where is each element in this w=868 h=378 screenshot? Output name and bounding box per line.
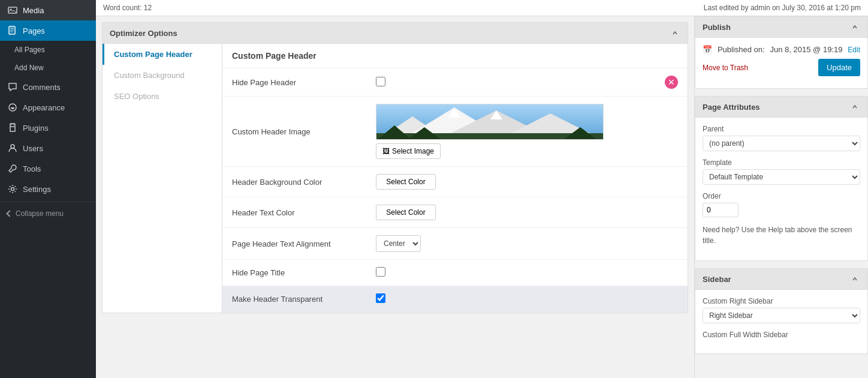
custom-header-image-label: Custom Header Image bbox=[232, 127, 376, 136]
published-label: Published on: bbox=[718, 45, 765, 54]
sidebar-item-add-new[interactable]: Add New bbox=[0, 59, 96, 77]
select-image-button[interactable]: 🖼 Select Image bbox=[376, 143, 441, 159]
custom-full-width-sidebar-row: Custom Full Width Sidebar bbox=[703, 331, 860, 339]
settings-icon bbox=[7, 184, 18, 194]
users-icon bbox=[7, 143, 18, 154]
svg-point-5 bbox=[11, 145, 14, 148]
hide-page-header-checkbox[interactable] bbox=[376, 77, 385, 86]
appearance-icon bbox=[7, 102, 18, 113]
sidebar-item-pages-label: Pages bbox=[23, 26, 45, 35]
publish-section-title: Publish bbox=[703, 23, 731, 32]
header-text-color-control: Select Color bbox=[376, 205, 678, 220]
content-area: Word count: 12 Last edited by admin on J… bbox=[96, 0, 868, 378]
sidebar-item-add-new-label: Add New bbox=[14, 64, 44, 72]
pages-icon bbox=[7, 25, 18, 36]
header-text-color-label: Header Text Color bbox=[232, 208, 376, 217]
text-alignment-control: Left Center Right bbox=[376, 235, 678, 252]
header-text-color-btn-label: Select Color bbox=[386, 208, 425, 217]
parent-select[interactable]: (no parent) bbox=[703, 136, 860, 151]
move-to-trash-link[interactable]: Move to Trash bbox=[703, 64, 748, 72]
tab-custom-background-label: Custom Background bbox=[114, 71, 185, 80]
publish-section-body: 📅 Published on: Jun 8, 2015 @ 19:19 Edit… bbox=[695, 38, 867, 88]
select-image-label: Select Image bbox=[392, 147, 434, 155]
parent-label: Parent bbox=[703, 125, 860, 133]
right-panel: Publish 📅 Published on: Jun 8, 2015 @ 19… bbox=[694, 16, 868, 378]
publish-actions-row: Move to Trash Update bbox=[703, 59, 860, 76]
sidebar-divider bbox=[0, 202, 96, 202]
image-controls: 🖼 Select Image bbox=[376, 143, 678, 159]
sidebar-item-settings[interactable]: Settings bbox=[0, 179, 96, 199]
text-alignment-select[interactable]: Left Center Right bbox=[376, 235, 421, 252]
custom-full-width-sidebar-label: Custom Full Width Sidebar bbox=[703, 331, 860, 339]
sidebar-item-pages[interactable]: Pages bbox=[0, 20, 96, 41]
header-bg-color-btn-label: Select Color bbox=[386, 178, 425, 186]
tab-seo-options[interactable]: SEO Options bbox=[103, 86, 222, 107]
sidebar-item-all-pages-label: All Pages bbox=[14, 46, 45, 54]
header-bg-color-button[interactable]: Select Color bbox=[376, 174, 436, 190]
tab-custom-background[interactable]: Custom Background bbox=[103, 65, 222, 86]
collapse-menu-label: Collapse menu bbox=[16, 209, 64, 218]
header-transparent-label: Make Header Transparent bbox=[232, 295, 376, 304]
form-row-hide-page-title: Hide Page Title bbox=[222, 260, 688, 286]
main-content: Optimizer Options Custom Page Header bbox=[96, 16, 694, 378]
sidebar-item-appearance-label: Appearance bbox=[23, 103, 65, 112]
tab-seo-options-label: SEO Options bbox=[114, 92, 159, 101]
close-icon: ✕ bbox=[665, 76, 678, 89]
page-attributes-body: Parent (no parent) Template Default Temp… bbox=[695, 118, 867, 260]
sidebar-item-media[interactable]: Media bbox=[0, 0, 96, 20]
form-row-hide-page-header: Hide Page Header ✕ bbox=[222, 68, 688, 97]
hide-page-header-control bbox=[376, 77, 665, 88]
publish-section-header: Publish bbox=[695, 17, 867, 38]
edit-publish-date-link[interactable]: Edit bbox=[848, 46, 860, 54]
custom-right-sidebar-row: Custom Right Sidebar Right Sidebar bbox=[703, 297, 860, 323]
sidebar-item-plugins[interactable]: Plugins bbox=[0, 118, 96, 138]
header-text-color-button[interactable]: Select Color bbox=[376, 205, 436, 220]
text-alignment-label: Page Header Text Alignment bbox=[232, 239, 376, 248]
tools-icon bbox=[7, 163, 18, 174]
plugins-icon bbox=[7, 122, 18, 133]
section-title: Custom Page Header bbox=[222, 44, 688, 68]
sidebar-section-title: Sidebar bbox=[703, 275, 731, 284]
custom-right-sidebar-select[interactable]: Right Sidebar bbox=[703, 308, 860, 323]
order-input[interactable] bbox=[703, 203, 739, 217]
sidebar-item-tools[interactable]: Tools bbox=[0, 158, 96, 179]
optimizer-header: Optimizer Options bbox=[103, 23, 688, 44]
sidebar-section: Sidebar Custom Right Sidebar Right Sideb… bbox=[695, 268, 868, 354]
hide-page-title-checkbox[interactable] bbox=[376, 267, 385, 277]
header-transparent-control bbox=[376, 293, 678, 305]
word-count: Word count: 12 bbox=[103, 4, 152, 12]
header-bg-color-control: Select Color bbox=[376, 174, 678, 190]
sidebar-item-users[interactable]: Users bbox=[0, 138, 96, 158]
header-transparent-checkbox[interactable] bbox=[376, 293, 385, 303]
sidebar-collapse-icon[interactable] bbox=[849, 274, 860, 284]
form-row-header-transparent: Make Header Transparent bbox=[222, 286, 688, 313]
sidebar: Media Pages All Pages Add New Comments A… bbox=[0, 0, 96, 378]
published-date: Jun 8, 2015 @ 19:19 bbox=[770, 45, 843, 54]
collapse-arrow-icon bbox=[6, 210, 13, 217]
meta-bar: Word count: 12 Last edited by admin on J… bbox=[96, 0, 868, 16]
close-button[interactable]: ✕ bbox=[665, 76, 678, 89]
word-count-value: 12 bbox=[144, 4, 152, 12]
hide-page-header-label: Hide Page Header bbox=[232, 78, 376, 87]
section-title-label: Custom Page Header bbox=[232, 51, 317, 61]
sidebar-item-comments[interactable]: Comments bbox=[0, 77, 96, 97]
optimizer-main: Custom Page Header Hide Page Header ✕ bbox=[222, 44, 688, 313]
custom-right-sidebar-label: Custom Right Sidebar bbox=[703, 297, 860, 305]
sidebar-item-users-label: Users bbox=[23, 144, 43, 153]
sidebar-item-appearance[interactable]: Appearance bbox=[0, 97, 96, 118]
collapse-menu[interactable]: Collapse menu bbox=[0, 205, 96, 223]
media-icon bbox=[7, 5, 18, 16]
form-row-custom-header-image: Custom Header Image bbox=[222, 97, 688, 167]
sidebar-item-tools-label: Tools bbox=[23, 164, 41, 173]
sidebar-section-body: Custom Right Sidebar Right Sidebar Custo… bbox=[695, 290, 867, 353]
sidebar-item-all-pages[interactable]: All Pages bbox=[0, 41, 96, 59]
parent-field-row: Parent (no parent) bbox=[703, 125, 860, 151]
optimizer-collapse-icon[interactable] bbox=[670, 28, 680, 38]
update-button[interactable]: Update bbox=[818, 59, 860, 76]
publish-date-row: 📅 Published on: Jun 8, 2015 @ 19:19 Edit bbox=[703, 45, 860, 54]
tab-custom-page-header[interactable]: Custom Page Header bbox=[103, 44, 222, 65]
publish-collapse-icon[interactable] bbox=[849, 22, 860, 32]
template-select[interactable]: Default Template bbox=[703, 169, 860, 185]
page-attributes-collapse-icon[interactable] bbox=[849, 101, 860, 112]
form-row-text-alignment: Page Header Text Alignment Left Center R… bbox=[222, 228, 688, 260]
